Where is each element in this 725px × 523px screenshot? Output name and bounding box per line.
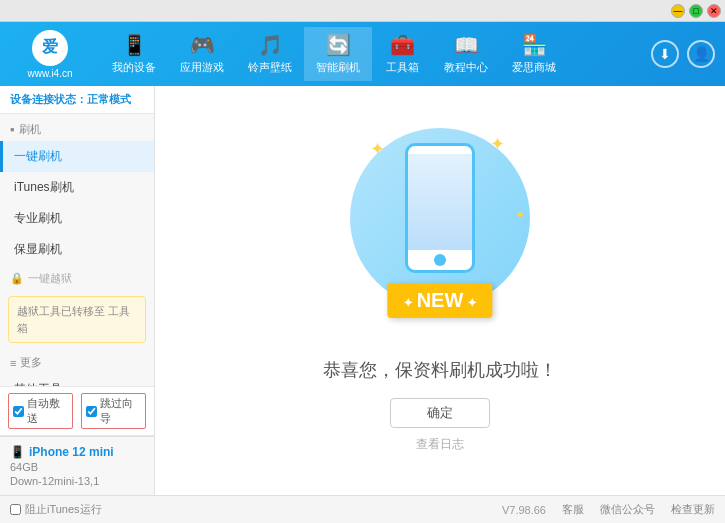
sparkle-icon-1: ✦ (370, 138, 385, 160)
nav-toolbox[interactable]: 🧰 工具箱 (372, 27, 432, 81)
device-storage: 64GB (10, 461, 144, 473)
nav-store[interactable]: 🏪 爱思商城 (500, 27, 568, 81)
nav-ringtone[interactable]: 🎵 铃声壁纸 (236, 27, 304, 81)
check-update-link[interactable]: 检查更新 (671, 502, 715, 517)
nav-flash-icon: 🔄 (326, 33, 351, 57)
nav-right: ⬇ 👤 (651, 40, 715, 68)
sidebar-item-other-tools[interactable]: 其他工具 (0, 374, 154, 386)
sidebar-item-pro-flash[interactable]: 专业刷机 (0, 203, 154, 234)
nav-device-icon: 📱 (122, 33, 147, 57)
lock-icon: 🔒 (10, 272, 24, 285)
download-button[interactable]: ⬇ (651, 40, 679, 68)
success-text: 恭喜您，保资料刷机成功啦！ (323, 358, 557, 382)
prevent-itunes-checkbox[interactable] (10, 504, 21, 515)
footer: 阻止iTunes运行 V7.98.66 客服 微信公众号 检查更新 (0, 495, 725, 523)
auto-detect-input[interactable] (13, 406, 24, 417)
sidebar-notice: 越狱工具已转移至 工具箱 (8, 296, 146, 343)
prevent-itunes-label: 阻止iTunes运行 (25, 502, 102, 517)
logo-icon: 爱 (32, 30, 68, 66)
nav-tutorial-icon: 📖 (454, 33, 479, 57)
sidebar-disabled-jailbreak: 🔒 一键越狱 (0, 265, 154, 292)
nav-toolbox-icon: 🧰 (390, 33, 415, 57)
nav-ringtone-icon: 🎵 (258, 33, 283, 57)
sidebar-item-one-click-flash[interactable]: 一键刷机 (0, 141, 154, 172)
nav-app-icon: 🎮 (190, 33, 215, 57)
flash-section-icon: ▪ (10, 122, 15, 137)
sidebar-item-preserve-flash[interactable]: 保显刷机 (0, 234, 154, 265)
sidebar-scroll: ▪ 刷机 一键刷机 iTunes刷机 专业刷机 保显刷机 🔒 一键越狱 (0, 114, 154, 386)
close-button[interactable]: ✕ (707, 4, 721, 18)
main: 设备连接状态：正常模式 ▪ 刷机 一键刷机 iTunes刷机 专业刷机 保显刷机 (0, 86, 725, 495)
device-icon: 📱 (10, 445, 25, 459)
nav-smart-flash[interactable]: 🔄 智能刷机 (304, 27, 372, 81)
nav-app-game[interactable]: 🎮 应用游戏 (168, 27, 236, 81)
user-button[interactable]: 👤 (687, 40, 715, 68)
device-info: 📱 iPhone 12 mini 64GB Down-12mini-13,1 (0, 436, 154, 495)
new-badge: NEW (387, 283, 492, 318)
phone-illustration: NEW ✦ ✦ ✦ (350, 128, 530, 338)
more-section-title: ≡ 更多 (0, 347, 154, 374)
sparkle-icon-3: ✦ (515, 208, 525, 222)
title-bar: — □ ✕ (0, 0, 725, 22)
device-name: 📱 iPhone 12 mini (10, 445, 144, 459)
nav-items: 📱 我的设备 🎮 应用游戏 🎵 铃声壁纸 🔄 智能刷机 🧰 工具箱 📖 教程中心… (100, 27, 651, 81)
sidebar-item-itunes-flash[interactable]: iTunes刷机 (0, 172, 154, 203)
nav-tutorial[interactable]: 📖 教程中心 (432, 27, 500, 81)
minimize-button[interactable]: — (671, 4, 685, 18)
logo: 爱 www.i4.cn (10, 30, 90, 79)
confirm-button[interactable]: 确定 (390, 398, 490, 428)
version-label: V7.98.66 (502, 504, 546, 516)
header: 爱 www.i4.cn 📱 我的设备 🎮 应用游戏 🎵 铃声壁纸 🔄 智能刷机 … (0, 22, 725, 86)
skip-wizard-input[interactable] (86, 406, 97, 417)
phone-screen (408, 154, 472, 250)
phone-home-button (434, 254, 446, 266)
auto-detect-checkbox[interactable]: 自动敷送 (8, 393, 73, 429)
content-area: NEW ✦ ✦ ✦ 恭喜您，保资料刷机成功啦！ 确定 查看日志 (155, 86, 725, 495)
footer-right: V7.98.66 客服 微信公众号 检查更新 (502, 502, 715, 517)
nav-store-icon: 🏪 (522, 33, 547, 57)
sidebar-checkboxes: 自动敷送 跳过向导 (0, 386, 154, 436)
nav-my-device[interactable]: 📱 我的设备 (100, 27, 168, 81)
logo-url: www.i4.cn (27, 68, 72, 79)
skip-wizard-checkbox[interactable]: 跳过向导 (81, 393, 146, 429)
status-bar: 设备连接状态：正常模式 (0, 86, 154, 114)
phone-body (405, 143, 475, 273)
flash-section-title: ▪ 刷机 (0, 114, 154, 141)
wechat-link[interactable]: 微信公众号 (600, 502, 655, 517)
sidebar: 设备连接状态：正常模式 ▪ 刷机 一键刷机 iTunes刷机 专业刷机 保显刷机 (0, 86, 155, 495)
footer-left: 阻止iTunes运行 (10, 502, 102, 517)
secondary-link[interactable]: 查看日志 (416, 436, 464, 453)
device-system: Down-12mini-13,1 (10, 475, 144, 487)
maximize-button[interactable]: □ (689, 4, 703, 18)
more-section-icon: ≡ (10, 357, 16, 369)
sparkle-icon-2: ✦ (490, 133, 505, 155)
support-link[interactable]: 客服 (562, 502, 584, 517)
